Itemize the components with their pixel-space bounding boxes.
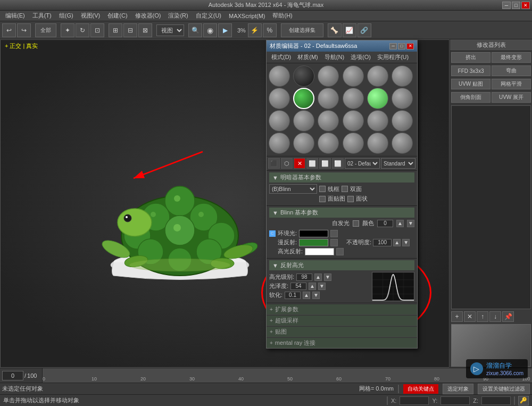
mat-copy-btn[interactable]: ⬜ xyxy=(306,158,318,169)
soften-down[interactable]: ▼ xyxy=(312,292,320,299)
mat-sphere-2[interactable] xyxy=(293,65,314,87)
toolbar-extra1[interactable]: ⚡ xyxy=(248,23,262,37)
bevel-btn[interactable]: 倒角剖面 xyxy=(451,92,491,103)
mat-maximize-btn[interactable]: □ xyxy=(398,43,405,49)
menu-maxscript[interactable]: MAXScript(M) xyxy=(226,12,268,20)
mat-close-btn[interactable]: ✕ xyxy=(406,43,414,49)
glossiness-down[interactable]: ▼ xyxy=(318,283,326,290)
color-value-input[interactable] xyxy=(377,220,393,227)
mat-sphere-16[interactable] xyxy=(343,110,364,131)
mat-pick-btn[interactable]: ⬛ xyxy=(268,158,280,169)
timeline-track[interactable]: 0 10 20 30 40 50 60 70 80 90 100 xyxy=(43,368,532,383)
extrude-btn[interactable]: 挤出 xyxy=(451,52,491,63)
wireframe-check[interactable] xyxy=(319,186,326,192)
mat-sphere-17[interactable] xyxy=(367,110,388,131)
render-button[interactable]: ▶ xyxy=(218,23,232,37)
x-input[interactable] xyxy=(400,396,429,405)
zoom-button[interactable]: 🔍 xyxy=(188,23,202,37)
mat-sphere-20[interactable] xyxy=(293,132,314,154)
mat-menu-mode[interactable]: 模式(D) xyxy=(269,53,294,62)
mat-type-select[interactable]: Standard xyxy=(381,158,415,169)
meshsmooth-btn[interactable]: 网格平滑 xyxy=(492,79,531,89)
maximize-button[interactable]: □ xyxy=(512,2,520,9)
mat-sphere-23[interactable] xyxy=(367,132,388,154)
menu-view[interactable]: 视图(V) xyxy=(78,11,104,20)
mat-sphere-18[interactable] xyxy=(392,110,413,131)
bend-btn[interactable]: 弯曲 xyxy=(492,65,531,76)
diffuse-swatch[interactable] xyxy=(299,239,328,246)
mat-sphere-12[interactable] xyxy=(392,88,413,109)
schematic-view-btn[interactable]: 🔗 xyxy=(358,23,371,37)
ambient-map-btn[interactable] xyxy=(330,230,338,237)
menu-render[interactable]: 渲染(R) xyxy=(165,11,191,20)
mat-sphere-24[interactable] xyxy=(392,132,413,154)
set-keyframe-btn[interactable]: 设置关键帧过滤器 xyxy=(478,384,530,394)
mat-sphere-4[interactable] xyxy=(343,65,364,87)
level-down[interactable]: ▼ xyxy=(324,274,331,281)
specular-map-btn[interactable] xyxy=(336,248,344,255)
blinn-section-header[interactable]: ▼ Blinn 基本参数 xyxy=(269,208,414,218)
pin-btn[interactable]: 📌 xyxy=(502,311,514,322)
glossiness-input[interactable] xyxy=(290,283,306,290)
rotate-button[interactable]: ↻ xyxy=(76,23,89,37)
z-input[interactable] xyxy=(481,396,511,405)
expand-params-row[interactable]: + 扩展参数 xyxy=(267,304,417,314)
key-icon[interactable]: 🔑 xyxy=(518,396,529,405)
delete-modifier-btn[interactable]: ✕ xyxy=(464,311,476,322)
material-editor-title[interactable]: 材质编辑器 - 02 - Defaultsaw6ssa ─ □ ✕ xyxy=(267,40,417,52)
mat-scene-btn[interactable]: ⬜ xyxy=(332,158,344,169)
soften-up[interactable]: ▲ xyxy=(303,292,310,299)
move-down-btn[interactable]: ↓ xyxy=(489,311,501,322)
minimize-button[interactable]: ─ xyxy=(502,2,511,9)
uvw-map-btn[interactable]: UVW 贴图 xyxy=(451,79,491,89)
morph-btn[interactable]: 最终变形 xyxy=(492,52,531,63)
menu-create[interactable]: 创建(C) xyxy=(104,11,130,20)
opacity-input[interactable] xyxy=(373,239,392,246)
specular-header[interactable]: ▼ 反射高光 xyxy=(269,260,414,270)
undo-button[interactable]: ↩ xyxy=(2,23,16,37)
ffd-btn[interactable]: FFD 3x3x3 xyxy=(451,65,491,76)
shader-type-select[interactable]: (B)Blinn xyxy=(269,184,317,194)
mat-sphere-8-green[interactable] xyxy=(293,88,314,109)
mentalray-row[interactable]: + mental ray 连接 xyxy=(267,337,417,348)
material-editor-button[interactable]: ◉ xyxy=(203,23,217,37)
mat-assign-btn[interactable]: ⬡ xyxy=(281,158,293,169)
diffuse-map-btn[interactable] xyxy=(330,239,338,246)
create-select-btn[interactable]: 创建选择集 xyxy=(281,23,323,37)
mat-sphere-6[interactable] xyxy=(392,65,413,87)
level-input[interactable] xyxy=(296,274,312,281)
mat-sphere-9[interactable] xyxy=(318,88,339,109)
color-spinner-up[interactable]: ▲ xyxy=(396,220,404,227)
mat-sphere-22[interactable] xyxy=(343,132,364,154)
color-spinner-down[interactable]: ▼ xyxy=(407,220,414,227)
mat-menu-util[interactable]: 实用程序(U) xyxy=(375,53,411,62)
scale-button[interactable]: ⊡ xyxy=(90,23,104,37)
mat-menu-nav[interactable]: 导航(N) xyxy=(322,53,347,62)
mat-sphere-10[interactable] xyxy=(343,88,364,109)
opacity-up[interactable]: ▲ xyxy=(393,239,401,246)
twoside-check[interactable] xyxy=(342,186,348,192)
menu-modifier[interactable]: 修改器(O) xyxy=(132,11,164,20)
close-button[interactable]: ✕ xyxy=(521,2,530,9)
mat-name-select[interactable]: 02 - Defaultsaw6ssa xyxy=(345,158,380,169)
mat-sphere-13[interactable] xyxy=(269,110,290,131)
menu-custom[interactable]: 自定义(U) xyxy=(193,11,225,20)
select-btn[interactable]: 选定对象 xyxy=(443,384,473,394)
mat-sphere-21[interactable] xyxy=(318,132,339,154)
redo-button[interactable]: ↪ xyxy=(17,23,31,37)
menu-edit[interactable]: 编辑(E) xyxy=(2,11,28,20)
selfillum-color-check[interactable] xyxy=(353,220,359,227)
add-modifier-btn[interactable]: + xyxy=(451,311,463,322)
soften-input[interactable] xyxy=(285,292,301,299)
mat-menu-material[interactable]: 材质(M) xyxy=(295,53,321,62)
mat-sphere-1[interactable] xyxy=(269,65,290,87)
select-all-button[interactable]: 全部 xyxy=(35,23,56,37)
facemap-check[interactable] xyxy=(319,196,326,202)
mat-sphere-5[interactable] xyxy=(367,65,388,87)
uvw-unwrap-btn[interactable]: UVW 展开 xyxy=(492,92,531,103)
bone-tools-btn[interactable]: 🦴 xyxy=(328,23,342,37)
level-up[interactable]: ▲ xyxy=(314,274,322,281)
mat-sphere-11-bright-green[interactable] xyxy=(367,88,388,109)
menu-tools[interactable]: 工具(T) xyxy=(29,11,55,20)
mirror-button[interactable]: ⊟ xyxy=(123,23,137,37)
